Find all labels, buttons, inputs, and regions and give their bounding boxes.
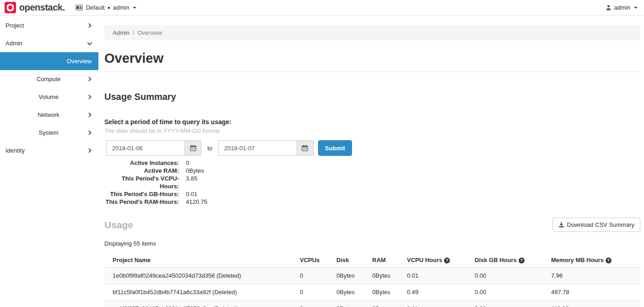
stat-value: 0.01 [186, 190, 197, 198]
openstack-brand[interactable]: openstack. [5, 2, 65, 13]
to-label: to [207, 145, 212, 152]
chevron-right-icon [87, 77, 92, 82]
cell-ram: 0Bytes [372, 284, 407, 301]
date-from-group [106, 140, 201, 156]
sidebar-item-project[interactable]: Project [0, 16, 98, 34]
help-icon[interactable]: ? [519, 258, 525, 263]
chevron-right-icon [87, 148, 92, 153]
cell-disk-gb-hours: 0.00 [475, 268, 551, 284]
help-icon[interactable]: ? [606, 258, 612, 263]
stat-value: 0Bytes [186, 167, 204, 175]
cell-vcpus: 0 [300, 284, 336, 301]
chevron-down-icon [87, 41, 92, 46]
stat-value: 4120.75 [186, 198, 207, 206]
stat-row: This Period's VCPU-Hours: 3.85 [104, 175, 640, 190]
stat-label: This Period's VCPU-Hours: [104, 175, 179, 190]
sidebar-item-identity[interactable]: Identity [0, 142, 98, 159]
usage-table-header-row: Project Name VCPUs Disk RAM VCPU Hours? … [104, 253, 640, 268]
submit-button[interactable]: Submit [318, 140, 352, 156]
sidebar-item-network[interactable]: Network [0, 106, 98, 124]
context-separator-dot: ● [108, 5, 110, 10]
col-project-name: Project Name [104, 253, 300, 268]
current-domain: Default [86, 4, 104, 11]
cell-vcpu-hours: 0.49 [407, 284, 475, 301]
cell-disk: 0Bytes [336, 301, 372, 307]
col-disk: Disk [336, 253, 372, 268]
stat-row: This Period's GB-Hours: 0.01 [104, 190, 640, 198]
sidebar-item-admin[interactable]: Admin [0, 34, 98, 52]
main-content: Admin / Overview Overview Usage Summary … [98, 16, 644, 307]
date-from-calendar-addon[interactable] [184, 140, 201, 156]
sidebar-item-volume[interactable]: Volume [0, 88, 98, 106]
stat-label: This Period's RAM-Hours: [104, 198, 179, 206]
chevron-right-icon [87, 94, 92, 99]
user-menu[interactable]: admin [606, 4, 638, 11]
cell-vcpus: 0 [300, 301, 336, 307]
stat-row: Active RAM: 0Bytes [104, 167, 640, 175]
title-divider [104, 71, 640, 72]
cell-vcpus: 0 [300, 268, 336, 284]
usage-table: Project Name VCPUs Disk RAM VCPU Hours? … [104, 253, 640, 307]
download-icon [558, 222, 564, 228]
calendar-icon [190, 145, 196, 151]
cell-project-name: 1e0b0f99af0249cea24502034d73d356 (Delete… [104, 268, 300, 284]
cell-memory-mb-hours: 497.78 [551, 284, 640, 301]
user-menu-label: admin [614, 4, 630, 11]
cell-disk: 0Bytes [336, 284, 372, 301]
breadcrumb: Admin / Overview [104, 25, 640, 40]
cell-project-name: bf11c5fa0f1b452db4b7741a6c33a92f (Delete… [104, 284, 300, 301]
page-title: Overview [104, 49, 640, 67]
cell-memory-mb-hours: 7.96 [551, 268, 640, 284]
sidebar-item-system[interactable]: System [0, 124, 98, 142]
stat-row: Active Instances: 0 [104, 159, 640, 167]
period-hint: The date should be in YYYY-MM-DD format. [104, 127, 640, 134]
usage-table-row: ea1f2f357c09465eb6991edf7079efbe (Delete… [104, 301, 640, 307]
date-to-calendar-addon[interactable] [297, 140, 314, 156]
stat-row: This Period's RAM-Hours: 4120.75 [104, 198, 640, 206]
col-memory-mb-hours: Memory MB Hours? [551, 253, 640, 268]
date-to-input[interactable] [218, 140, 297, 156]
calendar-icon [302, 145, 308, 151]
stat-value: 3.85 [186, 175, 197, 190]
items-count: Displaying 55 items [104, 240, 640, 247]
period-prompt: Select a period of time to query its usa… [104, 118, 640, 126]
brand-text: openstack. [19, 2, 65, 13]
col-vcpus: VCPUs [300, 253, 336, 268]
domain-project-switcher[interactable]: Default ● admin [76, 4, 136, 11]
breadcrumb-separator: / [133, 29, 135, 36]
col-disk-gb-hours: Disk GB Hours? [475, 253, 551, 268]
usage-table-row: 1e0b0f99af0249cea24502034d73d356 (Delete… [104, 268, 640, 284]
breadcrumb-admin[interactable]: Admin [113, 29, 130, 36]
date-to-group [218, 140, 314, 156]
cell-disk: 0Bytes [336, 268, 372, 284]
breadcrumb-overview: Overview [137, 29, 162, 36]
sidebar-item-overview[interactable]: Overview [0, 52, 98, 70]
chevron-right-icon [87, 23, 92, 28]
usage-table-row: bf11c5fa0f1b452db4b7741a6c33a92f (Delete… [104, 284, 640, 301]
openstack-logo-icon [5, 2, 16, 13]
cell-memory-mb-hours: 110.93 [551, 301, 640, 307]
cell-disk-gb-hours: 0.00 [475, 284, 551, 301]
help-icon[interactable]: ? [444, 258, 450, 263]
sidebar-item-compute[interactable]: Compute [0, 70, 98, 88]
cell-project-name: ea1f2f357c09465eb6991edf7079efbe (Delete… [104, 301, 300, 307]
chevron-right-icon [87, 112, 92, 117]
col-vcpu-hours: VCPU Hours? [407, 253, 475, 268]
cell-vcpu-hours: 0.11 [407, 301, 475, 307]
col-ram: RAM [372, 253, 407, 268]
sidebar-nav: Project Admin Overview Compute Volume Ne… [0, 16, 98, 307]
usage-section-heading: Usage [104, 219, 133, 230]
usage-stats: Active Instances: 0 Active RAM: 0Bytes T… [104, 159, 640, 206]
stat-label: This Period's GB-Hours: [104, 190, 179, 198]
cell-disk-gb-hours: 0.00 [475, 301, 551, 307]
cell-vcpu-hours: 0.01 [407, 268, 475, 284]
date-from-input[interactable] [106, 140, 184, 156]
usage-period-form: to Submit [106, 140, 640, 156]
download-csv-label: Download CSV Summary [567, 221, 634, 228]
projects-list-icon [76, 5, 83, 11]
stat-label: Active Instances: [104, 159, 179, 167]
cell-ram: 0Bytes [372, 301, 407, 307]
cell-ram: 0Bytes [372, 268, 407, 284]
download-csv-button[interactable]: Download CSV Summary [552, 218, 640, 232]
usage-summary-heading: Usage Summary [104, 91, 640, 102]
